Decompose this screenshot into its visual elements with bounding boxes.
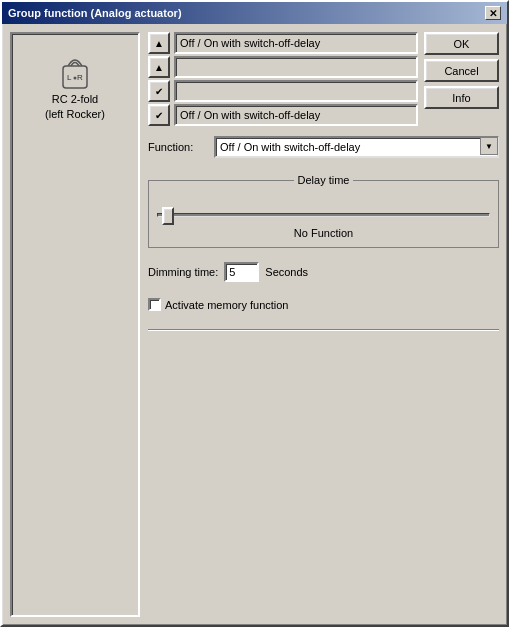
row-label-1: Off / On with switch-off-delay bbox=[174, 32, 418, 54]
memory-checkbox[interactable] bbox=[148, 298, 161, 311]
dimming-unit: Seconds bbox=[265, 266, 308, 278]
window-title: Group function (Analog actuator) bbox=[8, 7, 182, 19]
table-row: ▲ bbox=[148, 56, 418, 78]
checkmark-btn-1[interactable]: ✔ bbox=[148, 80, 170, 102]
function-label: Function: bbox=[148, 141, 208, 153]
ok-button[interactable]: OK bbox=[424, 32, 499, 55]
slider-label: No Function bbox=[157, 227, 490, 239]
svg-point-3 bbox=[74, 77, 77, 80]
row-label-3 bbox=[174, 80, 418, 102]
button-grid: ▲ Off / On with switch-off-delay ▲ bbox=[148, 32, 418, 126]
function-select[interactable]: Off / On with switch-off-delay On with s… bbox=[214, 136, 499, 158]
svg-text:L: L bbox=[67, 73, 72, 82]
table-row: ✔ Off / On with switch-off-delay bbox=[148, 104, 418, 126]
slider-track bbox=[157, 213, 490, 217]
delay-group-legend: Delay time bbox=[294, 174, 354, 186]
right-content: ▲ Off / On with switch-off-delay ▲ bbox=[148, 32, 499, 617]
function-select-wrapper: Off / On with switch-off-delay On with s… bbox=[214, 136, 499, 158]
info-button[interactable]: Info bbox=[424, 86, 499, 109]
row-label-4: Off / On with switch-off-delay bbox=[174, 104, 418, 126]
table-row: ✔ bbox=[148, 80, 418, 102]
checkmark-btn-2[interactable]: ✔ bbox=[148, 104, 170, 126]
checkbox-row: Activate memory function bbox=[148, 298, 499, 311]
table-row: ▲ Off / On with switch-off-delay bbox=[148, 32, 418, 54]
divider bbox=[148, 329, 499, 331]
action-buttons: OK Cancel Info bbox=[424, 32, 499, 126]
window-body: L R RC 2-fold (left Rocker) bbox=[2, 24, 507, 625]
left-panel: L R RC 2-fold (left Rocker) bbox=[10, 32, 140, 617]
close-button[interactable]: ✕ bbox=[485, 6, 501, 20]
title-bar: Group function (Analog actuator) ✕ bbox=[2, 2, 507, 24]
top-row: ▲ Off / On with switch-off-delay ▲ bbox=[148, 32, 499, 126]
device-label: RC 2-fold (left Rocker) bbox=[45, 92, 105, 123]
dimming-input[interactable] bbox=[224, 262, 259, 282]
cancel-button[interactable]: Cancel bbox=[424, 59, 499, 82]
delay-group: Delay time No Function bbox=[148, 180, 499, 248]
function-row: Function: Off / On with switch-off-delay… bbox=[148, 136, 499, 158]
memory-checkbox-label: Activate memory function bbox=[165, 299, 289, 311]
dimming-label: Dimming time: bbox=[148, 266, 218, 278]
slider-container bbox=[157, 201, 490, 221]
dimming-row: Dimming time: Seconds bbox=[148, 262, 499, 282]
arrow-up-btn-1[interactable]: ▲ bbox=[148, 32, 170, 54]
slider-thumb[interactable] bbox=[162, 207, 174, 225]
main-window: Group function (Analog actuator) ✕ L R bbox=[0, 0, 509, 627]
svg-text:R: R bbox=[77, 73, 83, 82]
device-icon: L R RC 2-fold (left Rocker) bbox=[45, 50, 105, 123]
row-label-2 bbox=[174, 56, 418, 78]
bottom-spacer bbox=[148, 337, 499, 617]
arrow-up-btn-2[interactable]: ▲ bbox=[148, 56, 170, 78]
remote-icon: L R bbox=[49, 50, 101, 92]
